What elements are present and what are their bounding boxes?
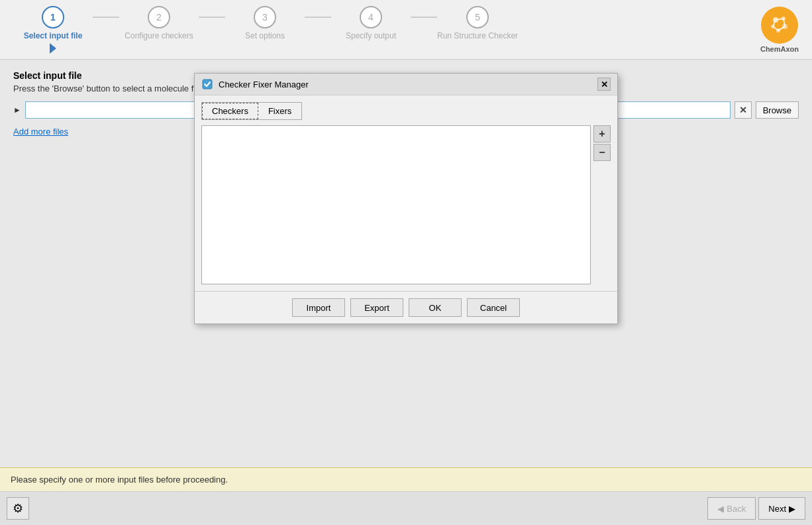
tab-checkers[interactable]: Checkers [202, 103, 258, 119]
back-label: Back [727, 504, 746, 514]
main-content: Select input file Press the 'Browse' but… [0, 60, 812, 467]
wizard-step-3[interactable]: 3 Set options [225, 6, 305, 40]
logo-circle [761, 7, 798, 44]
content-with-buttons: + − [201, 125, 611, 284]
cancel-button[interactable]: Cancel [467, 298, 520, 317]
step-circle-4: 4 [360, 6, 382, 29]
tab-bar: Checkers Fixers [201, 102, 302, 120]
settings-button[interactable]: ⚙ [7, 497, 29, 520]
step-active-arrow [50, 43, 56, 54]
step-connector-1 [93, 17, 119, 18]
step-circle-2: 2 [148, 6, 170, 29]
step-label-4: Specify output [346, 31, 396, 40]
step-connector-4 [411, 17, 437, 18]
back-button[interactable]: ◀ Back [707, 497, 756, 520]
step-connector-3 [305, 17, 331, 18]
import-button[interactable]: Import [292, 298, 345, 317]
wizard-step-5[interactable]: 5 Run Structure Checker [437, 6, 518, 40]
step-circle-5: 5 [466, 6, 489, 29]
modal-body: Checkers Fixers + − [195, 95, 617, 291]
step-label-5: Run Structure Checker [437, 31, 518, 40]
bottom-toolbar: ⚙ ◀ Back Next ▶ [0, 491, 812, 525]
checkers-list [201, 125, 591, 284]
wizard-header: 1 Select input file 2 Configure checkers… [0, 0, 812, 60]
status-message: Please specify one or more input files b… [11, 475, 228, 485]
gear-icon: ⚙ [13, 501, 23, 516]
svg-point-0 [768, 13, 791, 37]
export-button[interactable]: Export [350, 298, 403, 317]
wizard-step-2[interactable]: 2 Configure checkers [119, 6, 199, 40]
add-checker-button[interactable]: + [593, 125, 611, 143]
wizard-steps: 1 Select input file 2 Configure checkers… [13, 6, 760, 54]
step-label-2: Configure checkers [125, 31, 193, 40]
back-arrow-icon: ◀ [717, 504, 724, 514]
step-connector-2 [199, 17, 225, 18]
wizard-step-1[interactable]: 1 Select input file [13, 6, 93, 54]
next-arrow-icon: ▶ [789, 504, 795, 514]
tab-fixers[interactable]: Fixers [258, 103, 301, 119]
wizard-step-4[interactable]: 4 Specify output [331, 6, 411, 40]
modal-dialog: Checker Fixer Manager ✕ Checkers Fixers … [194, 73, 618, 324]
chemaxon-logo: ChemAxon [760, 7, 799, 53]
step-circle-3: 3 [254, 6, 276, 29]
modal-titlebar: Checker Fixer Manager ✕ [195, 74, 617, 95]
step-label-1: Select input file [24, 31, 83, 40]
list-buttons: + − [593, 125, 611, 284]
nav-buttons: ◀ Back Next ▶ [707, 497, 805, 520]
step-label-3: Set options [245, 31, 285, 40]
logo-text: ChemAxon [760, 45, 799, 53]
step-circle-1: 1 [42, 6, 64, 29]
modal-overlay: Checker Fixer Manager ✕ Checkers Fixers … [0, 60, 812, 467]
modal-title: Checker Fixer Manager [219, 80, 592, 89]
remove-checker-button[interactable]: − [593, 144, 611, 161]
status-bar: Please specify one or more input files b… [0, 467, 812, 491]
ok-button[interactable]: OK [409, 298, 462, 317]
checker-icon [201, 78, 213, 90]
modal-footer: Import Export OK Cancel [195, 291, 617, 323]
next-button[interactable]: Next ▶ [758, 497, 805, 520]
modal-close-button[interactable]: ✕ [597, 78, 611, 91]
next-label: Next [768, 504, 786, 514]
